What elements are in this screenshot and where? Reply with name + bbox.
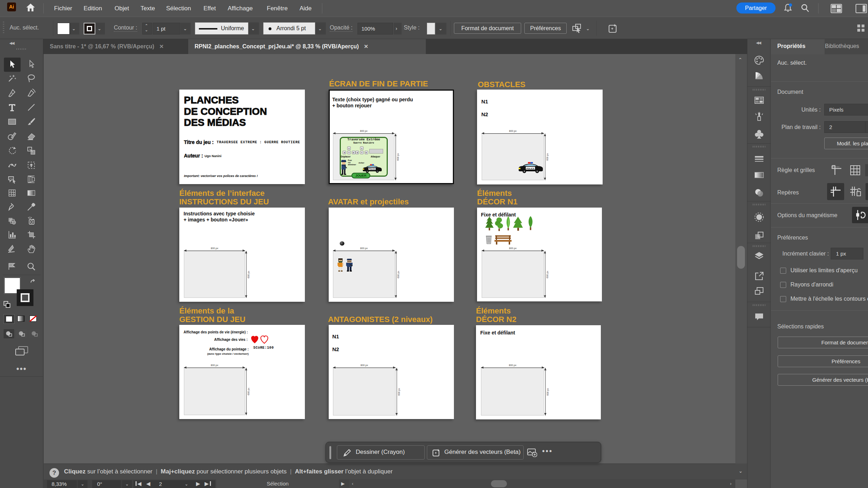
svg-text:POLICE: POLICE <box>526 167 534 170</box>
svg-text:POLICE: POLICE <box>369 168 375 170</box>
